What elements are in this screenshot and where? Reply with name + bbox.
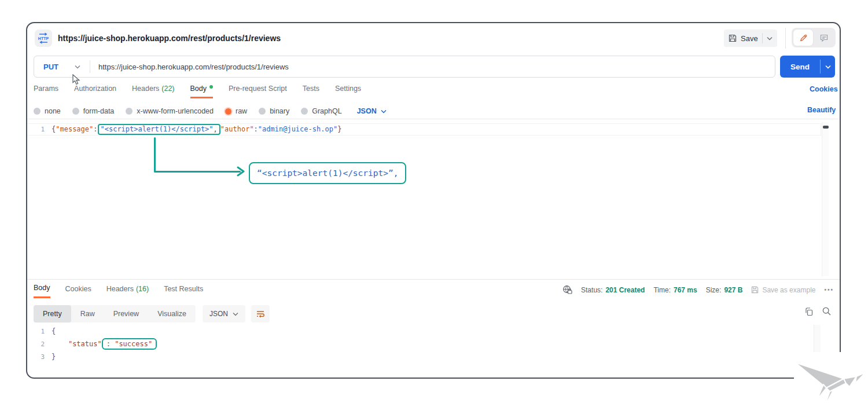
origami-bird-logo [792, 354, 868, 413]
response-view-switcher: Pretty Raw Preview Visualize [34, 305, 196, 323]
response-meta: Status:201 Created Time:767 ms Size:927 … [562, 285, 834, 295]
send-options-chevron-icon[interactable] [820, 60, 835, 74]
floppy-icon [729, 34, 737, 42]
beautify-link[interactable]: Beautify [807, 106, 836, 114]
response-body-viewer: 1 { 2 "status": "success" 3 } [27, 325, 840, 363]
network-lock-icon[interactable] [562, 285, 572, 295]
tab-body[interactable]: Body [190, 85, 214, 98]
divider [785, 28, 786, 49]
view-tab-pretty[interactable]: Pretty [34, 305, 71, 323]
success-value-highlight: : "success" [102, 338, 157, 350]
editor-line-1[interactable]: 1 {"message":"<script>alert(1)</script>"… [27, 123, 821, 135]
view-tab-raw[interactable]: Raw [71, 305, 104, 323]
screenshot-root: HTTP https://juice-shop.herokuapp.com/re… [0, 0, 868, 414]
response-tab-headers[interactable]: Headers(16) [106, 283, 149, 298]
callout-text: “<script>alert(1)</script>”, [257, 168, 398, 178]
body-modified-dot [209, 85, 213, 89]
radio-selected-icon[interactable] [225, 108, 231, 115]
response-tab-cookies[interactable]: Cookies [65, 283, 91, 298]
response-actions [804, 306, 832, 316]
svg-text:HTTP: HTTP [38, 36, 49, 41]
api-client-window: HTTP https://juice-shop.herokuapp.com/re… [26, 22, 841, 379]
divider [27, 279, 840, 280]
response-tabs: Body Cookies Headers(16) Test Results [34, 283, 203, 298]
annotation-arrowhead-icon [236, 166, 245, 177]
chevron-down-icon [233, 312, 238, 316]
response-language-value: JSON [209, 310, 228, 318]
tab-authorization[interactable]: Authorization [74, 85, 116, 97]
mode-binary[interactable]: binary [259, 107, 289, 115]
radio-icon[interactable] [259, 108, 266, 115]
mouse-cursor-icon [72, 74, 82, 85]
tab-settings[interactable]: Settings [335, 85, 361, 97]
annotation-connector-horizontal [154, 171, 241, 173]
editor-scrollbar[interactable] [822, 122, 829, 276]
request-json-line: {"message":"<script>alert(1)</script>","… [52, 124, 341, 135]
xss-payload-callout: “<script>alert(1)</script>”, [249, 162, 406, 184]
language-value: JSON [357, 107, 377, 115]
radio-icon[interactable] [126, 108, 133, 115]
tab-pre-request-script[interactable]: Pre-request Script [229, 85, 287, 97]
editor-scrollbar-thumb[interactable] [823, 126, 829, 129]
save-as-example-button[interactable]: Save as example [751, 286, 815, 294]
method-dropdown[interactable]: PUT [34, 63, 90, 71]
mode-graphql[interactable]: GraphQL [301, 107, 341, 115]
comments-button[interactable] [814, 30, 834, 46]
send-button-label: Send [780, 63, 820, 71]
more-options-icon[interactable]: ••• [824, 287, 834, 293]
floppy-icon [751, 286, 759, 294]
save-button[interactable]: Save [724, 30, 777, 47]
time-badge: Time:767 ms [653, 286, 697, 294]
language-dropdown[interactable]: JSON [357, 107, 387, 115]
edit-mode-button[interactable] [793, 30, 813, 46]
radio-icon[interactable] [72, 108, 79, 115]
wrap-lines-button[interactable] [251, 305, 270, 323]
copy-icon[interactable] [804, 307, 814, 316]
status-badge: Status:201 Created [581, 286, 645, 294]
response-toolbar: Pretty Raw Preview Visualize JSON [34, 305, 270, 323]
response-line-3: 3 } [27, 350, 840, 363]
mode-form-data[interactable]: form-data [72, 107, 115, 115]
request-tabs: Params Authorization Headers(22) Body Pr… [34, 85, 361, 100]
cookies-link[interactable]: Cookies [810, 85, 838, 93]
doc-comment-toggle [792, 28, 836, 47]
tab-params[interactable]: Params [34, 85, 58, 97]
tab-tests[interactable]: Tests [303, 85, 319, 97]
search-icon[interactable] [822, 306, 832, 316]
url-input[interactable]: https://juice-shop.herokuapp.com/rest/pr… [90, 63, 289, 71]
response-tab-body[interactable]: Body [34, 283, 50, 298]
request-body-editor[interactable]: 1 {"message":"<script>alert(1)</script>"… [27, 119, 840, 279]
send-button[interactable]: Send [780, 56, 835, 78]
response-language-dropdown[interactable]: JSON [203, 305, 245, 323]
save-options-chevron-icon[interactable] [767, 36, 773, 41]
view-tab-visualize[interactable]: Visualize [148, 305, 196, 323]
comment-icon [819, 33, 829, 42]
response-tab-test-results[interactable]: Test Results [164, 283, 203, 298]
http-request-icon: HTTP [35, 30, 52, 47]
chevron-down-icon [75, 65, 80, 69]
response-line-1: 1 { [27, 325, 840, 338]
xss-payload-highlight: "<script>alert(1)</script>", [98, 124, 220, 135]
pencil-icon [799, 34, 808, 42]
request-title: https://juice-shop.herokuapp.com/rest/pr… [58, 34, 281, 43]
size-badge: Size:927 B [706, 286, 743, 294]
line-number: 1 [27, 126, 52, 133]
view-tab-preview[interactable]: Preview [104, 305, 148, 323]
url-bar: PUT https://juice-shop.herokuapp.com/res… [34, 56, 775, 78]
tab-headers[interactable]: Headers(22) [132, 85, 174, 97]
radio-icon[interactable] [301, 108, 308, 115]
annotation-connector-vertical [154, 137, 156, 172]
body-mode-row: none form-data x-www-form-urlencoded raw… [34, 105, 387, 117]
wrap-lines-icon [256, 310, 265, 318]
divider [762, 33, 763, 43]
mode-raw[interactable]: raw [225, 107, 247, 115]
mode-x-www-form-urlencoded[interactable]: x-www-form-urlencoded [126, 107, 214, 115]
response-line-2: 2 "status": "success" [27, 338, 840, 350]
mode-none[interactable]: none [34, 107, 61, 115]
headers-count: (22) [161, 85, 174, 93]
chevron-down-icon [381, 109, 387, 113]
save-button-label: Save [741, 34, 758, 43]
response-headers-count: (16) [136, 285, 149, 293]
radio-icon[interactable] [34, 108, 41, 115]
method-value: PUT [43, 63, 58, 71]
